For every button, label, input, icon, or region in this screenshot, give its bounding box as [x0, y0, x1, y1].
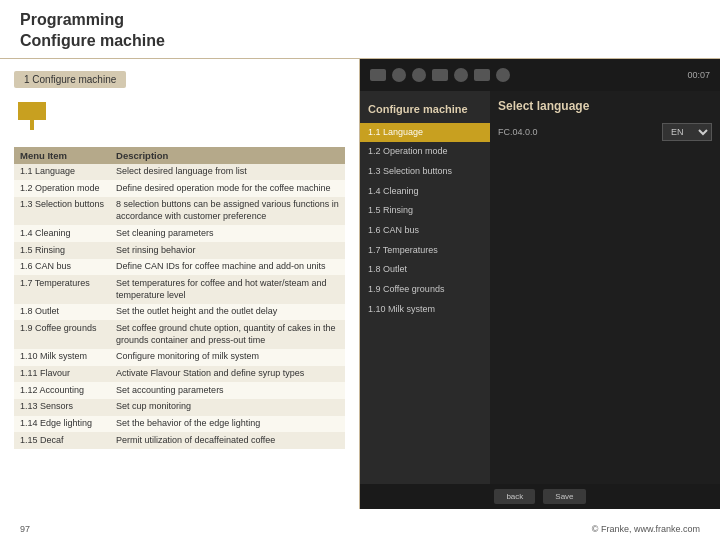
- device-header: 00:07: [360, 59, 720, 91]
- page-title-sub: Configure machine: [20, 31, 700, 52]
- menu-item-name: 1.1 Language: [14, 164, 110, 181]
- table-row: 1.2 Operation mode Define desired operat…: [14, 180, 345, 197]
- menu-item-name: 1.5 Rinsing: [14, 242, 110, 259]
- menu-item-name: 1.12 Accounting: [14, 382, 110, 399]
- table-row: 1.11 Flavour Activate Flavour Station an…: [14, 366, 345, 383]
- device-sidebar-item[interactable]: 1.6 CAN bus: [360, 221, 490, 241]
- menu-item-desc: Set cleaning parameters: [110, 225, 345, 242]
- device-sidebar-item[interactable]: 1.8 Outlet: [360, 260, 490, 280]
- device-sidebar-item[interactable]: 1.2 Operation mode: [360, 142, 490, 162]
- device-sidebar-item[interactable]: 1.3 Selection buttons: [360, 162, 490, 182]
- table-row: 1.10 Milk system Configure monitoring of…: [14, 349, 345, 366]
- table-row: 1.15 Decaf Permit utilization of decaffe…: [14, 432, 345, 449]
- menu-item-name: 1.4 Cleaning: [14, 225, 110, 242]
- table-row: 1.14 Edge lighting Set the behavior of t…: [14, 416, 345, 433]
- table-row: 1.6 CAN bus Define CAN IDs for coffee ma…: [14, 259, 345, 276]
- menu-item-name: 1.10 Milk system: [14, 349, 110, 366]
- device-sidebar-item[interactable]: 1.4 Cleaning: [360, 182, 490, 202]
- device-icon-6: [474, 69, 490, 81]
- col-desc-header: Description: [110, 147, 345, 164]
- device-icons: [370, 68, 510, 82]
- copyright: © Franke, www.franke.com: [592, 524, 700, 534]
- menu-item-name: 1.3 Selection buttons: [14, 197, 110, 225]
- menu-item-desc: Set rinsing behavior: [110, 242, 345, 259]
- device-icon-5: [454, 68, 468, 82]
- menu-item-desc: Define CAN IDs for coffee machine and ad…: [110, 259, 345, 276]
- language-code: FC.04.0.0: [498, 127, 558, 137]
- page-number: 97: [20, 524, 30, 534]
- menu-item-desc: Set temperatures for coffee and hot wate…: [110, 275, 345, 303]
- table-row: 1.13 Sensors Set cup monitoring: [14, 399, 345, 416]
- menu-item-name: 1.8 Outlet: [14, 304, 110, 321]
- page-title-main: Programming: [20, 10, 700, 31]
- menu-item-desc: Set coffee ground chute option, quantity…: [110, 320, 345, 348]
- table-row: 1.1 Language Select desired language fro…: [14, 164, 345, 181]
- device-icon-1: [370, 69, 386, 81]
- device-sidebar-item[interactable]: 1.5 Rinsing: [360, 201, 490, 221]
- table-row: 1.7 Temperatures Set temperatures for co…: [14, 275, 345, 303]
- configure-sidebar: Configure machine 1.1 Language1.2 Operat…: [360, 91, 490, 484]
- footer: 97 © Franke, www.franke.com: [20, 524, 700, 534]
- svg-marker-0: [18, 102, 46, 130]
- menu-item-name: 1.7 Temperatures: [14, 275, 110, 303]
- menu-item-name: 1.9 Coffee grounds: [14, 320, 110, 348]
- menu-item-name: 1.14 Edge lighting: [14, 416, 110, 433]
- menu-item-name: 1.2 Operation mode: [14, 180, 110, 197]
- device-icon-3: [412, 68, 426, 82]
- down-arrow-icon: [14, 98, 345, 147]
- menu-item-name: 1.6 CAN bus: [14, 259, 110, 276]
- table-row: 1.9 Coffee grounds Set coffee ground chu…: [14, 320, 345, 348]
- menu-item-name: 1.11 Flavour: [14, 366, 110, 383]
- language-select[interactable]: EN DE FR IT: [662, 123, 712, 141]
- menu-item-name: 1.15 Decaf: [14, 432, 110, 449]
- device-sidebar-item[interactable]: 1.1 Language: [360, 123, 490, 143]
- device-icon-7: [496, 68, 510, 82]
- table-row: 1.8 Outlet Set the outlet height and the…: [14, 304, 345, 321]
- menu-item-desc: Set the outlet height and the outlet del…: [110, 304, 345, 321]
- device-sidebar-item[interactable]: 1.7 Temperatures: [360, 241, 490, 261]
- configure-tab[interactable]: 1 Configure machine: [14, 71, 126, 88]
- left-panel: 1 Configure machine Menu Item Descriptio…: [0, 59, 360, 509]
- table-row: 1.5 Rinsing Set rinsing behavior: [14, 242, 345, 259]
- configure-sidebar-title: Configure machine: [360, 99, 490, 123]
- main-content: 1 Configure machine Menu Item Descriptio…: [0, 59, 720, 509]
- device-main-area: Select language FC.04.0.0 EN DE FR IT: [490, 91, 720, 484]
- back-button[interactable]: back: [494, 489, 535, 504]
- table-row: 1.4 Cleaning Set cleaning parameters: [14, 225, 345, 242]
- select-language-title: Select language: [498, 99, 712, 113]
- menu-item-desc: Select desired language from list: [110, 164, 345, 181]
- menu-item-desc: Set the behavior of the edge lighting: [110, 416, 345, 433]
- menu-item-desc: Activate Flavour Station and define syru…: [110, 366, 345, 383]
- menu-item-name: 1.13 Sensors: [14, 399, 110, 416]
- device-content: Configure machine 1.1 Language1.2 Operat…: [360, 91, 720, 484]
- table-row: 1.12 Accounting Set accounting parameter…: [14, 382, 345, 399]
- device-sidebar-item[interactable]: 1.10 Milk system: [360, 300, 490, 320]
- menu-item-desc: Set accounting parameters: [110, 382, 345, 399]
- header: Programming Configure machine: [0, 0, 720, 59]
- save-button[interactable]: Save: [543, 489, 585, 504]
- menu-item-desc: Set cup monitoring: [110, 399, 345, 416]
- language-row: FC.04.0.0 EN DE FR IT: [498, 123, 712, 141]
- menu-item-desc: 8 selection buttons can be assigned vari…: [110, 197, 345, 225]
- device-bottom-bar: back Save: [360, 484, 720, 509]
- device-icon-4: [432, 69, 448, 81]
- menu-item-desc: Permit utilization of decaffeinated coff…: [110, 432, 345, 449]
- device-sidebar-item[interactable]: 1.9 Coffee grounds: [360, 280, 490, 300]
- table-row: 1.3 Selection buttons 8 selection button…: [14, 197, 345, 225]
- menu-table: Menu Item Description 1.1 Language Selec…: [14, 147, 345, 449]
- right-panel: 00:07 Configure machine 1.1 Language1.2 …: [360, 59, 720, 509]
- menu-item-desc: Define desired operation mode for the co…: [110, 180, 345, 197]
- menu-item-desc: Configure monitoring of milk system: [110, 349, 345, 366]
- col-menu-header: Menu Item: [14, 147, 110, 164]
- device-icon-2: [392, 68, 406, 82]
- device-time: 00:07: [687, 70, 710, 80]
